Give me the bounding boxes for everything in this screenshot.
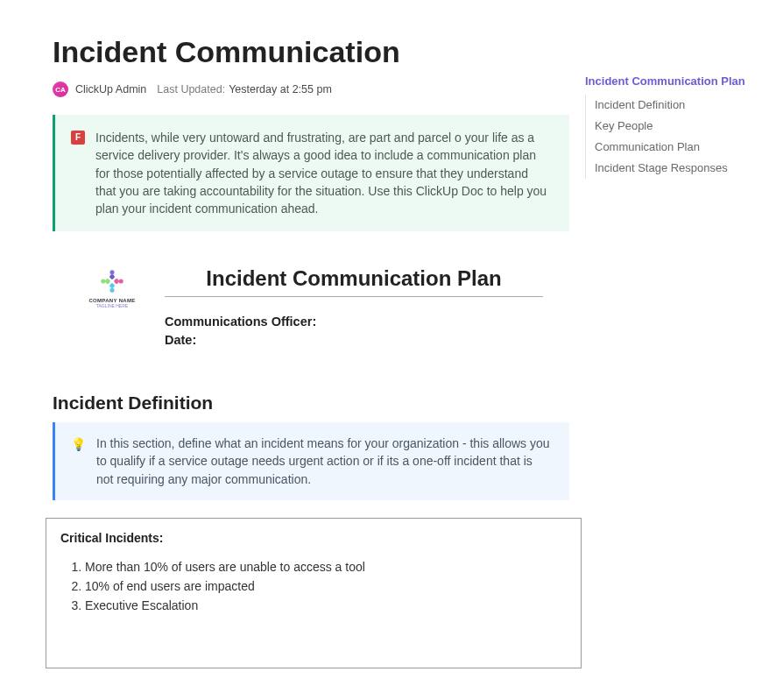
comm-officer-label: Communications Officer: [165,313,543,330]
list-item: More than 10% of users are unable to acc… [85,557,567,576]
plan-title: Incident Communication Plan [165,266,543,297]
list-item: 10% of end users are impacted [85,576,567,596]
page-title: Incident Communication [53,35,569,69]
svg-rect-6 [109,283,115,289]
table-of-contents: Incident Communication Plan Incident Def… [585,35,751,668]
author-name[interactable]: ClickUp Admin [75,83,146,95]
critical-incidents-title: Critical Incidents: [60,531,567,545]
callout-text: Incidents, while very untoward and frust… [95,129,550,217]
svg-rect-7 [104,279,110,285]
toc-item-key-people[interactable]: Key People [595,116,751,137]
author-avatar[interactable]: CA [53,81,68,97]
section-heading-definition: Incident Definition [53,392,569,414]
svg-point-0 [109,271,114,275]
critical-incidents-box: Critical Incidents: More than 10% of use… [46,518,582,668]
plan-header-block: COMPANY NAME TAGLINE HERE Incident Commu… [53,266,569,349]
doc-meta: CA ClickUp Admin Last Updated: Yesterday… [53,81,569,97]
critical-incidents-list: More than 10% of users are unable to acc… [60,557,567,615]
toc-item-communication-plan[interactable]: Communication Plan [595,137,751,158]
logo-mark-icon [97,266,127,296]
toc-title[interactable]: Incident Communication Plan [585,72,751,91]
svg-point-1 [119,279,123,284]
svg-point-3 [101,279,105,284]
intro-callout: F Incidents, while very untoward and fru… [53,115,569,231]
bulb-icon: 💡 [71,435,86,488]
toc-item-incident-stage-responses[interactable]: Incident Stage Responses [595,158,751,179]
company-logo: COMPANY NAME TAGLINE HERE [86,266,138,349]
logo-tagline-text: TAGLINE HERE [86,303,138,308]
date-label: Date: [165,331,543,349]
updated-label: Last Updated: [157,83,225,95]
definition-tip-text: In this section, define what an incident… [96,435,550,488]
toc-item-incident-definition[interactable]: Incident Definition [595,95,751,116]
updated-time: Yesterday at 2:55 pm [229,83,332,95]
svg-rect-4 [109,274,115,280]
svg-rect-5 [113,279,119,285]
pin-icon: F [71,131,85,145]
list-item: Executive Escalation [85,596,567,615]
svg-point-2 [109,288,114,293]
definition-tip: 💡 In this section, define what an incide… [53,422,569,500]
